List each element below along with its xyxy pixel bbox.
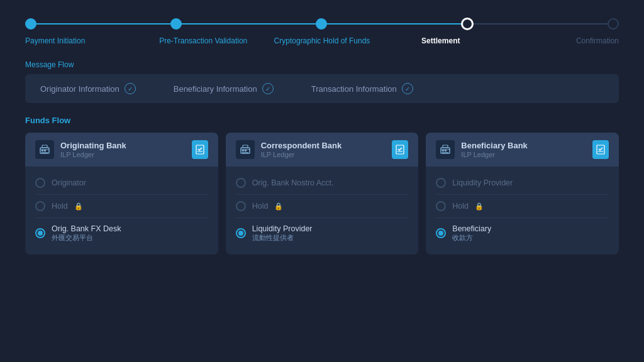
step-label-payment-initiation: Payment Initiation [25,36,144,45]
step-dot-payment-initiation [25,18,36,30]
nostro-label: Orig. Bank Nostro Acct. [252,178,334,187]
step-dot-cryptographic-hold [316,18,327,30]
beneficiary-bank-header: Beneficiary Bank ILP Ledger [426,133,619,167]
originating-bank-badge [192,140,208,159]
beneficiary-bank-header-left: Beneficiary Bank ILP Ledger [436,140,528,159]
liquidity-provider-corr-text: Liquidity Provider 流動性提供者 [252,224,313,242]
beneficiary-text: Beneficiary 收款方 [452,224,491,242]
originator-info-label: Originator Information [40,84,119,94]
bank-cards-grid: Originating Bank ILP Ledger [25,133,619,255]
correspondent-bank-header: Correspondent Bank ILP Ledger [226,133,419,167]
originator-radio[interactable] [35,178,45,188]
lock-orig-icon: 🔒 [74,202,83,211]
main-container: Payment Initiation Pre-Transaction Valid… [0,0,644,267]
orig-fx-desk-sublabel: 外匯交易平台 [52,234,121,242]
progress-labels: Payment Initiation Pre-Transaction Valid… [25,36,619,45]
originator-label: Originator [52,178,86,187]
correspondent-bank-card: Correspondent Bank ILP Ledger [226,133,419,255]
beneficiary-bank-icon [436,140,455,159]
correspondent-bank-title: Correspondent Bank [261,141,342,151]
divider-1 [35,194,208,195]
message-item-originator: Originator Information ✓ [40,83,136,94]
correspondent-bank-badge [392,140,408,159]
liquidity-provider-corr-radio-inner [238,231,243,236]
beneficiary-radio-inner [438,231,443,236]
progress-section: Payment Initiation Pre-Transaction Valid… [25,18,619,45]
originator-account-row[interactable]: Originator [35,174,208,192]
step-dot-settlement [461,18,474,30]
message-flow-section: Message Flow Originator Information ✓ Be… [25,60,619,103]
beneficiary-bank-title-block: Beneficiary Bank ILP Ledger [461,141,528,158]
orig-fx-desk-radio[interactable] [35,228,45,238]
hold-ben-radio[interactable] [436,201,446,211]
beneficiary-account-row[interactable]: Beneficiary 收款方 [436,221,609,246]
beneficiary-bank-badge [592,140,609,159]
beneficiary-bank-card: Beneficiary Bank ILP Ledger [426,133,619,255]
liquidity-provider-corr-sublabel: 流動性提供者 [252,234,313,242]
correspondent-bank-title-block: Correspondent Bank ILP Ledger [261,141,342,158]
beneficiary-check-icon: ✓ [262,83,274,94]
beneficiary-bank-body: Liquidity Provider Hold 🔒 [426,167,619,255]
step-label-cryptographic-hold: Cryptographic Hold of Funds [263,36,382,45]
liquidity-provider-corr-row[interactable]: Liquidity Provider 流動性提供者 [236,221,409,246]
beneficiary-bank-title: Beneficiary Bank [461,141,528,151]
liquidity-provider-corr-label: Liquidity Provider [252,224,313,234]
divider-2 [35,217,208,218]
transaction-check-icon: ✓ [402,83,413,94]
originator-check-icon: ✓ [125,83,136,94]
correspondent-bank-subtitle: ILP Ledger [261,151,342,158]
hold-corr-label: Hold [252,202,269,211]
orig-fx-desk-text: Orig. Bank FX Desk 外匯交易平台 [52,224,121,242]
hold-orig-radio[interactable] [35,201,45,211]
liquidity-provider-corr-radio[interactable] [236,228,246,238]
message-flow-label: Message Flow [25,60,619,69]
nostro-radio[interactable] [236,178,246,188]
beneficiary-info-label: Beneficiary Information [174,84,257,94]
hold-corr-account-row[interactable]: Hold 🔒 [236,197,409,215]
hold-orig-label: Hold [52,202,68,211]
divider-6 [436,217,609,218]
message-item-beneficiary: Beneficiary Information ✓ [174,83,274,94]
divider-3 [236,194,409,195]
hold-corr-radio[interactable] [236,201,246,211]
progress-line-filled [25,23,465,25]
hold-ben-label: Hold [452,202,469,211]
funds-flow-label: Funds Flow [25,116,619,125]
hold-orig-account-row[interactable]: Hold 🔒 [35,197,208,215]
beneficiary-sublabel: 收款方 [452,234,491,242]
orig-fx-desk-radio-inner [38,231,43,236]
originating-bank-title: Originating Bank [60,141,126,151]
orig-fx-desk-account-row[interactable]: Orig. Bank FX Desk 外匯交易平台 [35,221,208,246]
progress-track [25,18,619,30]
message-flow-bar: Originator Information ✓ Beneficiary Inf… [25,74,619,103]
lock-ben-icon: 🔒 [475,202,484,211]
hold-ben-account-row[interactable]: Hold 🔒 [436,197,609,215]
originating-bank-card: Originating Bank ILP Ledger [25,133,218,255]
divider-4 [236,217,409,218]
step-label-confirmation: Confirmation [500,36,619,45]
originating-bank-body: Originator Hold 🔒 [25,167,218,255]
lock-corr-icon: 🔒 [274,202,283,211]
originating-bank-subtitle: ILP Ledger [60,151,126,158]
originating-bank-icon [35,140,54,159]
correspondent-bank-header-left: Correspondent Bank ILP Ledger [236,140,342,159]
nostro-account-row[interactable]: Orig. Bank Nostro Acct. [236,174,409,192]
originating-bank-title-block: Originating Bank ILP Ledger [60,141,126,158]
correspondent-bank-icon [236,140,255,159]
divider-5 [436,194,609,195]
step-label-pre-transaction: Pre-Transaction Validation [144,36,263,45]
step-label-settlement: Settlement [381,36,500,45]
message-item-transaction: Transaction Information ✓ [311,83,413,94]
liquidity-provider-ben-row[interactable]: Liquidity Provider [436,174,609,192]
beneficiary-radio[interactable] [436,228,446,238]
originating-bank-header: Originating Bank ILP Ledger [25,133,218,167]
funds-flow-section: Funds Flow [25,116,619,255]
step-dot-confirmation [608,18,619,30]
transaction-info-label: Transaction Information [311,84,397,94]
beneficiary-label: Beneficiary [452,224,491,234]
originating-bank-header-left: Originating Bank ILP Ledger [35,140,126,159]
liquidity-provider-ben-label: Liquidity Provider [452,178,513,187]
liquidity-provider-ben-radio[interactable] [436,178,446,188]
orig-fx-desk-label: Orig. Bank FX Desk [52,224,121,234]
correspondent-bank-body: Orig. Bank Nostro Acct. Hold 🔒 [226,167,419,255]
